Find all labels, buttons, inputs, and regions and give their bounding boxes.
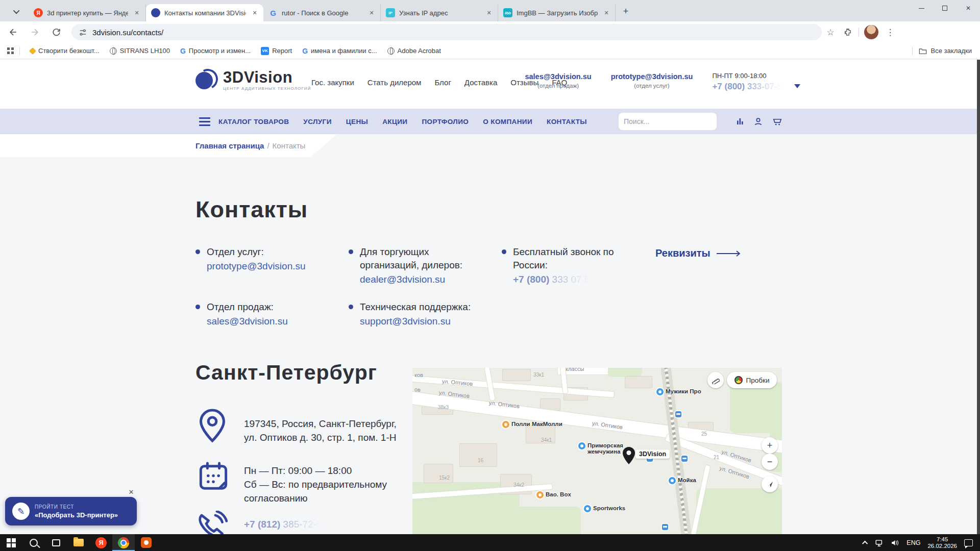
tab-search-button[interactable]	[9, 4, 24, 19]
quiz-widget[interactable]: ✎ ПРОЙТИ ТЕСТ «Подобрать 3D-принтер»	[5, 497, 137, 525]
map-pin-icon[interactable]	[622, 446, 635, 465]
map-poi[interactable]: Sportworks	[584, 505, 625, 512]
phone-icon	[197, 511, 228, 534]
network-icon[interactable]	[875, 539, 884, 546]
app-button[interactable]	[135, 534, 157, 551]
map-poi[interactable]: Полли МакМолли	[502, 421, 562, 428]
main-nav-item[interactable]: КОНТАКТЫ	[547, 118, 587, 126]
tab-title: ImgBB — Загрузить Изображе	[517, 9, 598, 17]
language-indicator[interactable]: ENG	[906, 539, 920, 546]
city-phone[interactable]: +7 (812) 385-72-9	[244, 518, 322, 531]
tab-3dvision-contacts[interactable]: Контакты компании 3DVision.s ✕	[146, 4, 263, 21]
geolocation-button[interactable]	[762, 476, 778, 492]
main-nav-bar: КАТАЛОГ ТОВАРОВУСЛУГИЦЕНЫАКЦИИПОРТФОЛИОО…	[0, 109, 980, 134]
zoom-out-button[interactable]: −	[762, 454, 778, 470]
header-phone[interactable]: +7 (800) 333-07-5	[712, 82, 782, 92]
reload-button[interactable]	[48, 24, 64, 40]
tab-yandex-search[interactable]: Я 3d принтер купить — Яндекс: ✕	[29, 4, 146, 21]
minimize-button[interactable]	[910, 0, 933, 16]
back-button[interactable]	[5, 24, 21, 40]
compare-button[interactable]	[731, 113, 749, 130]
email-sales-link[interactable]: sales@3dvision.su	[525, 72, 591, 81]
puzzle-icon	[843, 28, 852, 37]
traffic-button[interactable]: Пробки	[727, 372, 777, 388]
bookmark-item[interactable]: Adobe Acrobat	[382, 47, 446, 55]
top-nav-link[interactable]: Блог	[434, 78, 451, 87]
speaker-icon[interactable]	[891, 539, 899, 546]
apps-grid-icon[interactable]	[7, 47, 14, 55]
bookmark-star-button[interactable]: ☆	[822, 24, 839, 40]
quiz-close-button[interactable]: ✕	[127, 487, 136, 496]
hamburger-icon[interactable]	[199, 117, 210, 126]
map-poi[interactable]: Мужики Про	[656, 388, 701, 395]
start-button[interactable]	[0, 534, 22, 551]
top-nav-link[interactable]: Доставка	[464, 78, 497, 87]
tab-close-icon[interactable]: ✕	[484, 8, 494, 17]
main-nav-item[interactable]: О КОМПАНИИ	[483, 118, 532, 126]
url-text[interactable]: 3dvision.su/contacts/	[92, 28, 163, 37]
maximize-button[interactable]	[933, 0, 957, 16]
breadcrumb-home-link[interactable]: Главная страница	[195, 141, 264, 150]
browser-menu-button[interactable]: ⋮	[881, 24, 899, 40]
file-explorer-button[interactable]	[67, 534, 90, 551]
bookmark-label: SITRANS LH100	[120, 47, 170, 55]
cart-button[interactable]	[769, 113, 786, 130]
ruler-button[interactable]	[707, 372, 724, 388]
bookmark-item[interactable]: G имена и фамилии с...	[297, 47, 382, 55]
tab-close-icon[interactable]: ✕	[250, 8, 259, 17]
map-poi[interactable]: Мойка	[669, 477, 696, 484]
contact-email-link[interactable]: dealer@3dvision.su	[360, 273, 445, 286]
search-input[interactable]	[624, 117, 716, 126]
page-scrollbar[interactable]	[977, 60, 980, 534]
main-nav-item[interactable]: АКЦИИ	[382, 118, 407, 126]
contact-email-link[interactable]: sales@3dvision.su	[207, 315, 288, 328]
contact-email-link[interactable]: prototype@3dvision.su	[207, 260, 306, 273]
tab-close-icon[interactable]: ✕	[132, 8, 141, 17]
forward-button[interactable]	[27, 24, 43, 40]
taskbar-clock[interactable]: 7:45 26.02.2026	[927, 536, 957, 549]
map-pin-label[interactable]: 3DVision	[635, 449, 670, 459]
chrome-button[interactable]	[112, 534, 135, 551]
main-nav-item[interactable]: УСЛУГИ	[303, 118, 331, 126]
contact-email-link[interactable]: support@3dvision.su	[360, 315, 451, 328]
phone-dropdown-caret[interactable]	[794, 84, 800, 88]
top-nav-link[interactable]: Стать дилером	[368, 78, 422, 87]
site-search[interactable]	[619, 113, 717, 130]
tab-imgbb[interactable]: ibb ImgBB — Загрузить Изображе ✕	[498, 4, 616, 21]
map-poi[interactable]: Bao. Box	[536, 491, 571, 498]
tab-close-icon[interactable]: ✕	[602, 8, 611, 17]
address-bar[interactable]: 3dvision.su/contacts/	[71, 24, 822, 40]
all-bookmarks-button[interactable]: Все закладки	[907, 47, 980, 55]
extensions-button[interactable]	[839, 24, 856, 40]
tab-title: rutor - Поиск в Google	[282, 9, 363, 17]
bookmarks-divider	[912, 47, 913, 55]
main-nav-item[interactable]: КАТАЛОГ ТОВАРОВ	[218, 118, 289, 126]
tab-google-search[interactable]: G rutor - Поиск в Google ✕	[263, 4, 381, 21]
close-window-button[interactable]: ✕	[957, 0, 980, 16]
main-nav-item[interactable]: ЦЕНЫ	[346, 118, 368, 126]
bookmark-item[interactable]: G Просмотр и измен...	[175, 47, 256, 55]
requisites-link[interactable]: Реквизиты	[655, 247, 741, 259]
main-nav-item[interactable]: ПОРТФОЛИО	[422, 118, 469, 126]
task-view-button[interactable]	[45, 534, 67, 551]
tray-chevron-icon[interactable]	[862, 540, 868, 546]
yandex-browser-button[interactable]: Я	[90, 534, 112, 551]
email-services-link[interactable]: prototype@3dvision.su	[611, 72, 693, 81]
action-center-icon[interactable]	[964, 539, 973, 546]
bookmark-item[interactable]: Створити безкошт...	[25, 47, 105, 55]
map-poi[interactable]: Приморская жемчужина	[578, 442, 623, 455]
bookmark-item[interactable]: SITRANS LH100	[105, 47, 175, 55]
map-widget[interactable]: классыкововул. Оптиковул. Оптиковул. Опт…	[412, 368, 782, 534]
system-tray: ENG 7:45 26.02.2026	[864, 536, 980, 549]
bookmark-item[interactable]: VK Report	[256, 47, 297, 55]
account-button[interactable]	[749, 113, 767, 130]
contact-phone[interactable]: +7 (800) 333 07 5	[513, 273, 614, 286]
taskbar-search-button[interactable]	[22, 534, 45, 551]
tab-close-icon[interactable]: ✕	[367, 8, 376, 17]
top-nav-link[interactable]: Гос. закупки	[311, 78, 354, 87]
profile-avatar[interactable]	[864, 25, 878, 39]
new-tab-button[interactable]: +	[619, 4, 633, 18]
zoom-in-button[interactable]: +	[762, 437, 778, 454]
site-logo[interactable]: 3DVision ЦЕНТР АДДИТИВНЫХ ТЕХНОЛОГИЙ	[195, 69, 311, 91]
tab-ip-check[interactable]: IP Узнать IP адрес ✕	[381, 4, 498, 21]
